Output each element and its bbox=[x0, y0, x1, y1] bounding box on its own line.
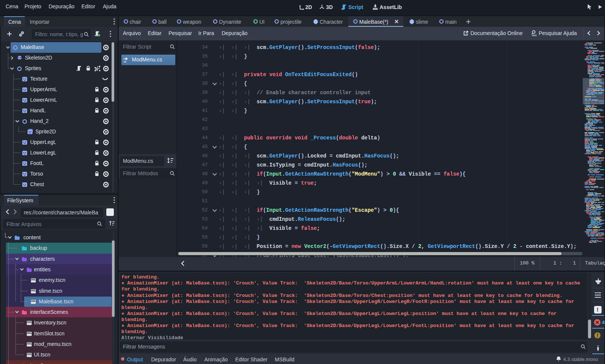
svg-text:DOC: DOC bbox=[532, 34, 537, 37]
svg-text:cs: cs bbox=[124, 60, 127, 63]
